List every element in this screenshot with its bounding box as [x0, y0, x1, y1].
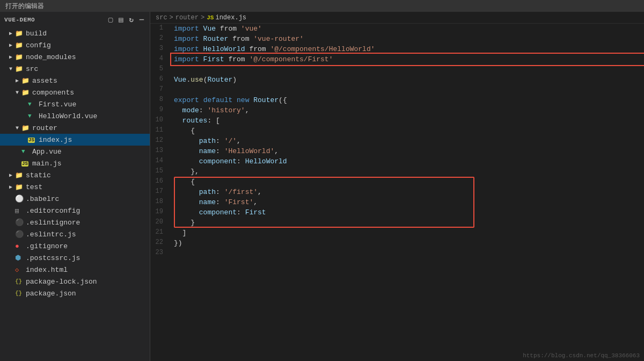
line-code-20: }: [172, 218, 644, 228]
code-line-7: 7: [150, 85, 644, 95]
line-code-2: import Router from 'vue-router': [172, 34, 644, 44]
line-number-12: 12: [150, 136, 172, 146]
line-code-5: [172, 64, 644, 75]
sidebar-item-components[interactable]: ▼📁components: [0, 86, 150, 98]
collapse-icon[interactable]: ―: [138, 14, 145, 25]
tree-label-router: router: [32, 124, 57, 132]
sidebar-item-package_json[interactable]: {}package.json: [0, 287, 150, 299]
code-line-4: 4import First from '@/components/First': [150, 54, 644, 64]
code-line-23: 23: [150, 248, 644, 258]
line-code-3: import HelloWorld from '@/components/Hel…: [172, 44, 644, 54]
sidebar-item-src[interactable]: ▼📁src: [0, 63, 150, 75]
code-container[interactable]: 1import Vue from 'vue'2import Router fro…: [150, 24, 644, 361]
tree-label-config: config: [26, 41, 51, 49]
tree-arrow-src: ▼: [6, 66, 15, 72]
sidebar-item-build[interactable]: ▶📁build: [0, 27, 150, 39]
code-line-22: 22}): [150, 238, 644, 248]
sidebar-item-main_js[interactable]: JSmain.js: [0, 157, 150, 169]
code-line-17: 17 path: '/first',: [150, 187, 644, 197]
tree-label-index_html: index.html: [26, 266, 68, 274]
line-number-22: 22: [150, 238, 172, 248]
file-icon: ▤: [15, 207, 24, 215]
sidebar-item-package_lock_json[interactable]: {}package-lock.json: [0, 276, 150, 287]
tree-label-build: build: [26, 30, 47, 38]
line-number-5: 5: [150, 64, 172, 75]
line-number-23: 23: [150, 248, 172, 258]
line-number-1: 1: [150, 24, 172, 34]
sidebar-item-postcssrc_js[interactable]: ⬢.postcssrc.js: [0, 252, 150, 264]
sidebar-header-icons: ▢ ▤ ↻ ―: [107, 14, 145, 25]
code-line-10: 10 routes: [: [150, 115, 644, 126]
line-number-3: 3: [150, 44, 172, 54]
sidebar-item-test[interactable]: ▶📁test: [0, 181, 150, 193]
html-icon: ◇: [15, 266, 24, 274]
line-code-15: },: [172, 167, 644, 177]
refresh-icon[interactable]: ↻: [128, 14, 135, 25]
code-table: 1import Vue from 'vue'2import Router fro…: [150, 24, 644, 258]
line-code-19: component: First: [172, 207, 644, 218]
css-icon: ⬢: [15, 254, 24, 262]
sidebar-item-eslintignore[interactable]: ⚫.eslintignore: [0, 216, 150, 228]
code-line-20: 20 }: [150, 218, 644, 228]
sidebar-item-index_js[interactable]: JSindex.js: [0, 134, 150, 146]
main-layout: VUE-DEMO ▢ ▤ ↻ ― ▶📁build▶📁config▶📁node_m…: [0, 12, 644, 361]
tree-label-postcssrc_js: .postcssrc.js: [26, 254, 80, 262]
line-number-13: 13: [150, 146, 172, 156]
topbar: 打开的编辑器: [0, 0, 644, 12]
sidebar-item-app_vue[interactable]: ▼App.vue: [0, 146, 150, 157]
code-line-11: 11 {: [150, 126, 644, 136]
line-number-2: 2: [150, 34, 172, 44]
line-code-16: {: [172, 177, 644, 187]
js-icon: JS: [28, 136, 36, 143]
breadcrumb-file-icon: JS: [207, 15, 214, 21]
sidebar-item-static[interactable]: ▶📁static: [0, 169, 150, 181]
new-folder-icon[interactable]: ▤: [118, 14, 125, 25]
js-icon: JS: [21, 160, 30, 167]
sidebar-item-node_modules[interactable]: ▶📁node_modules: [0, 51, 150, 63]
tree-arrow-static: ▶: [6, 172, 15, 178]
line-code-10: routes: [: [172, 115, 644, 126]
line-code-1: import Vue from 'vue': [172, 24, 644, 34]
line-number-20: 20: [150, 218, 172, 228]
tree-label-eslintrc_js: .eslintrc.js: [26, 230, 76, 239]
sidebar-item-editorconfig[interactable]: ▤.editorconfig: [0, 205, 150, 216]
line-number-9: 9: [150, 105, 172, 115]
sidebar-item-router[interactable]: ▼📁router: [0, 122, 150, 134]
sidebar-item-index_html[interactable]: ◇index.html: [0, 264, 150, 276]
babel-icon: ⚪: [15, 194, 24, 203]
sidebar-item-gitignore[interactable]: ●.gitignore: [0, 240, 150, 252]
line-number-21: 21: [150, 228, 172, 238]
code-wrapper: 1import Vue from 'vue'2import Router fro…: [150, 24, 644, 258]
tree-label-assets: assets: [32, 77, 57, 85]
tree-arrow-build: ▶: [6, 30, 15, 37]
sidebar-item-helloworld_vue[interactable]: ▼HelloWorld.vue: [0, 110, 150, 122]
eslint-icon: ⚫: [15, 230, 24, 239]
tree-label-node_modules: node_modules: [26, 53, 76, 61]
folder-icon: 📁: [21, 77, 30, 85]
topbar-label: 打开的编辑器: [5, 2, 44, 11]
code-line-2: 2import Router from 'vue-router': [150, 34, 644, 44]
line-code-14: component: HelloWorld: [172, 156, 644, 167]
sidebar-header: VUE-DEMO ▢ ▤ ↻ ―: [0, 12, 150, 27]
line-number-15: 15: [150, 167, 172, 177]
sidebar-item-config[interactable]: ▶📁config: [0, 39, 150, 51]
vue-icon: ▼: [21, 148, 30, 155]
line-number-19: 19: [150, 207, 172, 218]
line-code-6: Vue.use(Router): [172, 75, 644, 85]
sidebar-item-assets[interactable]: ▶📁assets: [0, 75, 150, 86]
line-number-11: 11: [150, 126, 172, 136]
sidebar-item-babelrc[interactable]: ⚪.babelrc: [0, 193, 150, 205]
new-file-icon[interactable]: ▢: [107, 14, 114, 25]
breadcrumb-sep1: >: [170, 14, 173, 21]
line-number-17: 17: [150, 187, 172, 197]
sidebar-root-label: VUE-DEMO: [4, 17, 35, 23]
sidebar-item-first_vue[interactable]: ▼First.vue: [0, 98, 150, 110]
folder-icon: 📁: [15, 41, 24, 49]
line-number-7: 7: [150, 85, 172, 95]
line-code-13: name: 'HelloWorld',: [172, 146, 644, 156]
line-number-18: 18: [150, 197, 172, 207]
folder-icon: 📁: [15, 183, 24, 191]
line-code-9: mode: 'history',: [172, 105, 644, 115]
sidebar-item-eslintrc_js[interactable]: ⚫.eslintrc.js: [0, 228, 150, 240]
code-line-19: 19 component: First: [150, 207, 644, 218]
